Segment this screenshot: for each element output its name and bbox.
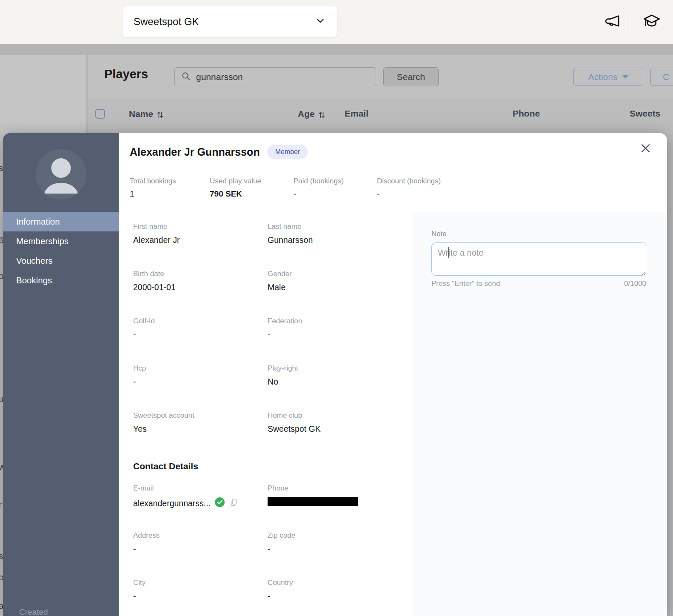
actions-button[interactable]: Actions xyxy=(573,68,643,86)
topbar-divider xyxy=(631,10,631,34)
field-birth-date: Birth date 2000-01-01 xyxy=(133,270,268,317)
menu-item-vouchers[interactable]: Vouchers xyxy=(3,251,119,271)
note-label: Note xyxy=(431,230,667,238)
field-golf-id: Golf-Id - xyxy=(133,317,268,364)
academy-button[interactable] xyxy=(641,12,663,33)
column-header-sweetspot[interactable]: Sweets xyxy=(630,108,660,119)
create-button-partial[interactable]: C xyxy=(650,68,673,86)
stat-total-bookings: Total bookings 1 xyxy=(130,177,210,199)
chevron-down-icon xyxy=(315,15,326,28)
clipped-bg-text: r xyxy=(0,500,3,510)
clipped-bg-text: s xyxy=(0,163,3,173)
stat-discount-bookings: Discount (bookings) - xyxy=(377,177,471,199)
column-header-name[interactable]: Name xyxy=(129,108,164,119)
graduation-cap-icon xyxy=(641,12,663,33)
check-circle-icon xyxy=(214,497,225,510)
stat-paid-bookings: Paid (bookings) - xyxy=(294,177,377,199)
actions-button-label: Actions xyxy=(588,72,618,82)
create-button-label: C xyxy=(663,72,669,82)
clipped-bg-text: o xyxy=(0,271,3,281)
clipped-bg-text: 6 xyxy=(0,235,3,245)
field-city: City - xyxy=(133,579,268,616)
field-sweetspot-account: Sweetspot account Yes xyxy=(133,411,268,459)
player-name-title: Alexander Jr Gunnarsson xyxy=(130,146,260,158)
caret-down-icon xyxy=(622,75,628,79)
field-gender: Gender Male xyxy=(268,270,414,317)
player-info-form: First name Alexander Jr Last name Gunnar… xyxy=(119,212,414,616)
field-play-right: Play-right No xyxy=(268,364,414,411)
megaphone-icon xyxy=(603,13,622,31)
contact-details-heading: Contact Details xyxy=(133,459,414,484)
select-all-checkbox[interactable] xyxy=(95,109,105,119)
menu-item-memberships[interactable]: Memberships xyxy=(3,231,119,251)
players-search-box[interactable] xyxy=(174,67,376,86)
topbar: Sweetspot GK xyxy=(0,0,673,44)
field-last-name: Last name Gunnarsson xyxy=(268,222,414,270)
clipped-bg-text: o xyxy=(0,572,3,582)
player-detail-drawer: Information Memberships Vouchers Booking… xyxy=(3,133,667,616)
drawer-sidebar: Information Memberships Vouchers Booking… xyxy=(3,133,119,616)
clipped-bg-text: a xyxy=(0,601,3,611)
clipped-bg-text: s xyxy=(0,551,3,561)
page-title: Players xyxy=(104,67,148,81)
field-federation: Federation - xyxy=(268,317,414,364)
menu-item-bookings[interactable]: Bookings xyxy=(3,271,119,290)
close-icon xyxy=(639,149,652,156)
note-hint: Press "Enter" to send xyxy=(431,279,500,288)
notes-panel: Note Press "Enter" to send 0/1000 xyxy=(414,212,667,616)
sort-icon[interactable] xyxy=(157,110,164,119)
field-country: Country - xyxy=(268,579,414,616)
phone-redacted-value xyxy=(268,497,358,506)
menu-item-information[interactable]: Information xyxy=(3,212,119,231)
search-button[interactable]: Search xyxy=(383,67,439,86)
field-hcp: Hcp - xyxy=(133,364,268,411)
player-stats: Total bookings 1 Used play value 790 SEK… xyxy=(130,177,471,199)
text-caret xyxy=(448,247,449,258)
column-header-age[interactable]: Age xyxy=(298,108,325,119)
club-selector-dropdown[interactable]: Sweetspot GK xyxy=(122,6,337,37)
column-header-phone[interactable]: Phone xyxy=(513,108,540,119)
note-counter: 0/1000 xyxy=(624,279,646,288)
search-input[interactable] xyxy=(196,72,370,82)
field-home-club: Home club Sweetspot GK xyxy=(268,411,414,459)
sort-icon[interactable] xyxy=(318,110,325,119)
field-email: E-mail alexandergunnarss... xyxy=(133,484,268,531)
search-icon xyxy=(181,71,191,83)
drawer-header: Alexander Jr Gunnarsson Member Total boo… xyxy=(119,133,667,212)
column-header-email[interactable]: Email xyxy=(345,108,368,119)
member-badge: Member xyxy=(267,145,308,159)
field-phone: Phone xyxy=(268,484,414,531)
clipped-bg-text: w xyxy=(0,462,3,472)
announcements-button[interactable] xyxy=(603,13,622,31)
avatar xyxy=(36,149,86,200)
close-button[interactable] xyxy=(639,142,652,156)
clipped-bg-text: u xyxy=(0,394,3,404)
club-selector-value: Sweetspot GK xyxy=(134,16,315,28)
field-zip-code: Zip code - xyxy=(268,531,414,579)
drawer-content: Alexander Jr Gunnarsson Member Total boo… xyxy=(119,133,667,616)
copy-icon[interactable] xyxy=(229,497,238,510)
note-input[interactable] xyxy=(431,242,646,276)
field-first-name: First name Alexander Jr xyxy=(133,222,268,270)
stat-used-play-value: Used play value 790 SEK xyxy=(210,177,294,199)
email-value: alexandergunnarss... xyxy=(133,499,211,508)
field-address: Address - xyxy=(133,531,268,579)
sidebar-created-label: Created xyxy=(19,607,48,616)
drawer-menu: Information Memberships Vouchers Booking… xyxy=(3,212,119,290)
